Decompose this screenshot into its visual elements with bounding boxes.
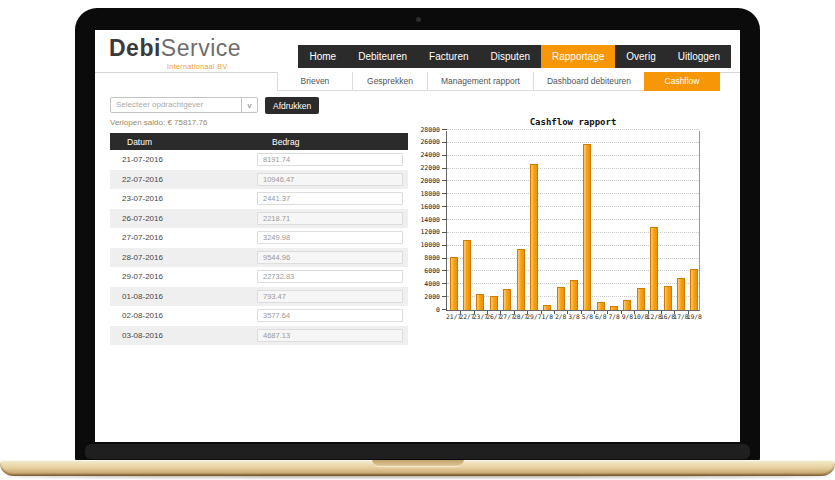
y-axis-label: 4000 bbox=[407, 280, 440, 288]
webcam-icon bbox=[416, 17, 421, 22]
nav-item-disputen[interactable]: Disputen bbox=[480, 45, 541, 68]
nav-item-uitloggen[interactable]: Uitloggen bbox=[667, 45, 731, 68]
table-row: 29-07-201622732.83 bbox=[110, 267, 408, 287]
y-axis-label: 20000 bbox=[407, 177, 440, 185]
cell-datum: 21-07-2016 bbox=[110, 155, 253, 164]
cell-bedrag-field[interactable]: 10946.47 bbox=[257, 173, 403, 186]
chart-bar-28-7 bbox=[517, 249, 525, 310]
chart-bar-27-7 bbox=[503, 289, 511, 310]
subtab-management-rapport[interactable]: Management rapport bbox=[427, 72, 534, 91]
overdue-balance-text: Verlopen saldo: € 75817.76 bbox=[110, 118, 207, 127]
cell-datum: 02-08-2016 bbox=[110, 311, 253, 320]
x-axis-tick bbox=[648, 311, 649, 314]
cell-bedrag-field[interactable]: 22732.83 bbox=[257, 270, 403, 283]
y-axis-label: 6000 bbox=[407, 267, 440, 275]
nav-item-facturen[interactable]: Facturen bbox=[418, 45, 479, 68]
cell-bedrag-field[interactable]: 4687.13 bbox=[257, 329, 403, 342]
x-axis-tick bbox=[661, 311, 662, 314]
subtab-brieven[interactable]: Brieven bbox=[277, 72, 353, 91]
cell-bedrag-field[interactable]: 793.47 bbox=[257, 290, 403, 303]
cell-bedrag-field[interactable]: 8191.74 bbox=[257, 153, 403, 166]
brand-subtitle: Internationaal BV bbox=[167, 63, 228, 70]
y-axis-tick bbox=[442, 168, 447, 169]
cashflow-table: Datum Bedrag 21-07-20168191.7422-07-2016… bbox=[110, 133, 408, 345]
chart-gridline bbox=[447, 129, 699, 130]
app-window: DebiService Internationaal BV HomeDebite… bbox=[95, 30, 740, 442]
subtab-cashflow[interactable]: Cashflow bbox=[644, 72, 720, 91]
chart-bar-5-8 bbox=[583, 144, 591, 311]
y-axis-label: 28000 bbox=[407, 126, 440, 134]
x-axis-tick bbox=[634, 311, 635, 314]
nav-item-debiteuren[interactable]: Debiteuren bbox=[347, 45, 418, 68]
chart-gridline bbox=[447, 206, 699, 207]
x-axis-tick bbox=[554, 311, 555, 314]
cell-bedrag-field[interactable]: 3249.98 bbox=[257, 231, 403, 244]
x-axis-tick bbox=[514, 311, 515, 314]
x-axis-tick bbox=[621, 311, 622, 314]
chart-bar-19-8 bbox=[690, 269, 698, 310]
client-select-placeholder: Selecteer opdrachtgever bbox=[111, 98, 241, 112]
cell-bedrag-field[interactable]: 2218.71 bbox=[257, 212, 403, 225]
y-axis-label: 18000 bbox=[407, 190, 440, 198]
chart-bar-17-8 bbox=[677, 278, 685, 310]
report-subtabs: BrievenGesprekkenManagement rapportDashb… bbox=[278, 72, 720, 91]
nav-item-overig[interactable]: Overig bbox=[615, 45, 666, 68]
y-axis-label: 26000 bbox=[407, 138, 440, 146]
cell-bedrag-field[interactable]: 3577.64 bbox=[257, 309, 403, 322]
y-axis-tick bbox=[442, 258, 447, 259]
x-axis-tick bbox=[581, 311, 582, 314]
table-row: 02-08-20163577.64 bbox=[110, 306, 408, 326]
laptop-base-notch bbox=[372, 460, 464, 467]
nav-item-rapportage[interactable]: Rapportage bbox=[541, 45, 615, 68]
subtab-gesprekken[interactable]: Gesprekken bbox=[352, 72, 428, 91]
table-row: 27-07-20163249.98 bbox=[110, 228, 408, 248]
chart-gridline bbox=[447, 245, 699, 246]
chart-bar-10-8 bbox=[637, 288, 645, 311]
chart-gridline bbox=[447, 270, 699, 271]
chart-title: Cashflow rapport bbox=[446, 117, 700, 127]
y-axis-tick bbox=[442, 129, 447, 130]
x-axis-tick bbox=[487, 311, 488, 314]
chevron-down-icon[interactable]: v bbox=[241, 98, 257, 112]
chart-bar-7-8 bbox=[610, 306, 618, 310]
nav-item-home[interactable]: Home bbox=[298, 45, 347, 68]
chart-gridline bbox=[447, 180, 699, 181]
subtab-dashboard-debiteuren[interactable]: Dashboard debiteuren bbox=[533, 72, 645, 91]
laptop-hinge bbox=[85, 444, 750, 459]
cell-datum: 22-07-2016 bbox=[110, 175, 253, 184]
y-axis-tick bbox=[442, 296, 447, 297]
y-axis-tick bbox=[442, 245, 447, 246]
y-axis-label: 22000 bbox=[407, 164, 440, 172]
table-row: 21-07-20168191.74 bbox=[110, 150, 408, 170]
chart-bar-26-7 bbox=[490, 296, 498, 310]
chart-bar-12-8 bbox=[650, 227, 658, 310]
chart-bar-29-7 bbox=[530, 164, 538, 310]
x-axis-tick bbox=[527, 311, 528, 314]
brand-logo: DebiService bbox=[109, 35, 241, 62]
cashflow-bar-chart: 0200040006000800010000120001400016000180… bbox=[446, 131, 700, 311]
laptop-shadow bbox=[6, 475, 829, 478]
cell-bedrag-field[interactable]: 9544.96 bbox=[257, 251, 403, 264]
y-axis-label: 8000 bbox=[407, 254, 440, 262]
table-row: 01-08-2016793.47 bbox=[110, 287, 408, 307]
table-row: 26-07-20162218.71 bbox=[110, 209, 408, 229]
y-axis-tick bbox=[442, 180, 447, 181]
laptop-mockup: DebiService Internationaal BV HomeDebite… bbox=[0, 0, 835, 480]
x-axis-tick bbox=[607, 311, 608, 314]
chart-bar-9-8 bbox=[623, 300, 631, 310]
y-axis-tick bbox=[442, 206, 447, 207]
main-nav: HomeDebiteurenFacturenDisputenRapportage… bbox=[298, 45, 731, 68]
cell-datum: 03-08-2016 bbox=[110, 331, 253, 340]
cell-datum: 23-07-2016 bbox=[110, 194, 253, 203]
print-button[interactable]: Afdrukken bbox=[265, 97, 319, 114]
chart-gridline bbox=[447, 142, 699, 143]
cell-datum: 27-07-2016 bbox=[110, 233, 253, 242]
cell-bedrag-field[interactable]: 2441.37 bbox=[257, 192, 403, 205]
x-axis-tick bbox=[674, 311, 675, 314]
chart-bar-16-8 bbox=[664, 286, 672, 310]
y-axis-tick bbox=[442, 283, 447, 284]
y-axis-tick bbox=[442, 270, 447, 271]
y-axis-label: 24000 bbox=[407, 151, 440, 159]
y-axis-tick bbox=[442, 193, 447, 194]
client-select[interactable]: Selecteer opdrachtgever v bbox=[110, 97, 258, 113]
